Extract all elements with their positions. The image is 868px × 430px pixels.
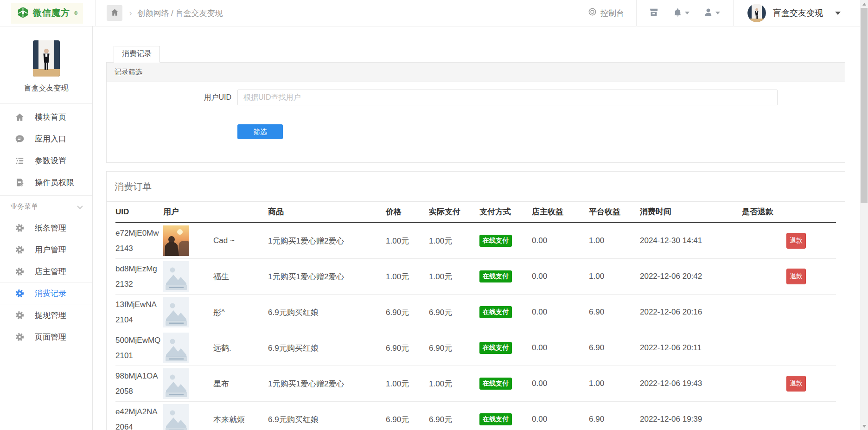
column-header: 商品 [268,202,386,223]
cell-platform-income: 1.00 [589,259,640,295]
cell-refund: 退款 [742,366,836,402]
app-logo[interactable]: 微信魔方® [11,3,83,24]
cell-user: 福生 [163,259,268,295]
store-button[interactable] [649,7,659,19]
sidebar-item-label: 页面管理 [35,332,66,342]
breadcrumb-chevron-icon: › [129,8,132,18]
refund-button[interactable]: 退款 [786,269,806,284]
pay-method-badge: 在线支付 [479,378,512,390]
cell-paid: 1.00元 [429,223,479,259]
chevron-down-icon [685,12,689,14]
header-divider [636,0,637,26]
cell-uid: e72MjE0Mw2143 [115,223,163,259]
uid-label: 用户UID [107,93,237,103]
sidebar-item-店主管理[interactable]: 店主管理 [0,261,92,282]
cell-product: 6.9元购买红娘 [268,402,386,430]
sidebar-item-模块首页[interactable]: 模块首页 [0,106,92,128]
column-header: 用户 [163,202,268,223]
user-nickname: 星布 [213,379,229,389]
tab-consumption-records[interactable]: 消费记录 [114,46,160,63]
gear-icon [15,289,25,298]
gear-icon [15,245,25,255]
gear-icon [15,332,25,342]
cell-refund [742,330,836,366]
scrollbar-thumb[interactable] [861,8,868,203]
sidebar-item-label: 模块首页 [35,112,66,122]
scroll-down-arrow[interactable] [860,422,868,430]
scroll-up-arrow[interactable] [860,0,868,8]
filter-submit-button[interactable]: 筛选 [237,124,283,139]
chat-icon [15,134,25,144]
notifications-button[interactable] [673,7,689,19]
sidebar-item-用户管理[interactable]: 用户管理 [0,239,92,261]
filter-panel: 记录筛选 用户UID 筛选 [106,62,845,163]
cell-platform-income: 1.00 [589,223,640,259]
sidebar-section-business[interactable]: 业务菜单 [0,195,92,217]
sidebar-item-操作员权限[interactable]: 操作员权限 [0,172,92,193]
cell-user: 远鹤. [163,330,268,366]
console-label: 控制台 [600,8,624,19]
cell-product: 1元购买1爱心赠2爱心 [268,366,386,402]
pay-method-badge: 在线支付 [479,342,512,354]
sidebar-item-label: 消费记录 [35,288,66,299]
account-chevron-down-icon[interactable] [835,12,841,15]
logo-text: 微信魔方 [33,7,70,19]
cell-time: 2022-12-06 19:43 [640,366,742,402]
sidebar-item-应用入口[interactable]: 应用入口 [0,128,92,150]
filter-panel-title: 记录筛选 [107,63,845,82]
breadcrumb[interactable]: 创颜网络 / 盲盒交友变现 [137,8,223,19]
orders-panel-title: 消费订单 [107,172,845,202]
cell-price: 6.90元 [386,295,429,330]
cell-owner-income: 0.00 [532,402,589,430]
cell-uid: e42MjA2NA2064 [115,402,163,430]
console-button[interactable]: 控制台 [588,7,624,19]
user-nickname: 彤^ [213,307,225,318]
cell-owner-income: 0.00 [532,223,589,259]
cell-refund: 退款 [742,223,836,259]
sidebar-item-提现管理[interactable]: 提现管理 [0,304,92,326]
user-menu-button[interactable] [703,7,720,19]
cell-refund: 退款 [742,259,836,295]
refund-button[interactable]: 退款 [786,376,806,391]
uid-input[interactable] [237,90,778,105]
table-row: bd8MjEzMg2132福生1元购买1爱心赠2爱心1.00元1.00元在线支付… [115,259,836,295]
sidebar-item-消费记录[interactable]: 消费记录 [0,282,92,304]
column-header: UID [115,202,163,223]
table-row: e72MjE0Mw2143Cad ~1元购买1爱心赠2爱心1.00元1.00元在… [115,223,836,259]
sidebar-item-label: 纸条管理 [35,223,66,233]
vertical-scrollbar[interactable] [860,0,868,430]
sidebar-item-label: 用户管理 [35,244,66,255]
operator-icon [15,178,25,187]
cell-uid: bd8MjEzMg2132 [115,259,163,295]
cell-platform-income: 6.90 [589,295,640,330]
sidebar-item-label: 应用入口 [35,134,66,144]
cell-price: 6.90元 [386,330,429,366]
user-nickname: 远鹤. [213,343,231,353]
refund-button[interactable]: 退款 [786,233,806,249]
pay-method-badge: 在线支付 [479,235,512,247]
cell-uid: 500MjEwMQ2101 [115,330,163,366]
cell-time: 2024-12-30 14:41 [640,223,742,259]
sidebar-item-label: 提现管理 [35,310,66,321]
breadcrumb-home-button[interactable] [107,5,122,21]
table-row: 98bMjA1OA2058星布1元购买1爱心赠2爱心1.00元1.00元在线支付… [115,366,836,402]
cell-pay-method: 在线支付 [479,330,532,366]
person-icon [703,7,713,19]
cell-user: Cad ~ [163,223,268,259]
account-name[interactable]: 盲盒交友变现 [773,7,823,19]
cell-pay-method: 在线支付 [479,295,532,330]
sidebar-item-参数设置[interactable]: 参数设置 [0,150,92,172]
header-divider [95,0,96,26]
cell-product: 6.9元购买红娘 [268,330,386,366]
cell-refund [742,402,836,430]
sidebar-item-页面管理[interactable]: 页面管理 [0,326,92,348]
sidebar-group-main: 模块首页应用入口参数设置操作员权限 [0,106,92,193]
module-avatar [33,40,60,77]
sidebar-item-纸条管理[interactable]: 纸条管理 [0,217,92,239]
account-avatar[interactable] [747,4,766,22]
cell-uid: 98bMjA1OA2058 [115,366,163,402]
cell-product: 6.9元购买红娘 [268,295,386,330]
table-row: e42MjA2NA2064本来就烦6.9元购买红娘6.90元6.90元在线支付0… [115,402,836,430]
cell-user: 彤^ [163,295,268,330]
cell-owner-income: 0.00 [532,295,589,330]
